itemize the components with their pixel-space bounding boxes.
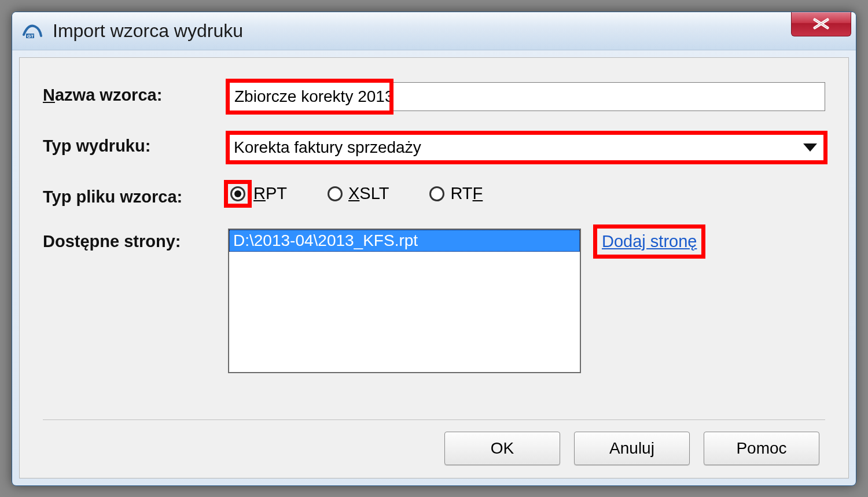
cancel-button[interactable]: Anuluj xyxy=(574,432,690,465)
row-print-type: Typ wydruku: Korekta faktury sprzedaży xyxy=(43,133,825,162)
app-icon: GT xyxy=(23,21,42,41)
radio-circle-icon xyxy=(328,186,343,201)
label-pages: Dostępne strony: xyxy=(43,229,228,251)
ok-button[interactable]: OK xyxy=(444,432,560,465)
name-input[interactable] xyxy=(228,82,825,111)
add-page-link[interactable]: Dodaj stronę xyxy=(597,229,701,255)
label-file-type: Typ pliku wzorca: xyxy=(43,184,228,207)
highlight-rpt xyxy=(228,184,248,204)
radio-rtf[interactable]: RTF xyxy=(429,184,483,203)
radio-circle-icon xyxy=(429,186,444,201)
print-type-dropdown[interactable]: Korekta faktury sprzedaży xyxy=(228,133,825,162)
radio-rpt[interactable]: RPT xyxy=(228,184,287,204)
chevron-down-icon xyxy=(803,143,817,152)
file-type-radio-group: RPT XSLT RTF xyxy=(228,184,483,204)
label-print-type: Typ wydruku: xyxy=(43,133,228,156)
close-icon xyxy=(811,17,831,30)
svg-text:GT: GT xyxy=(27,34,34,39)
radio-circle-icon xyxy=(230,186,245,201)
dialog-body: Nazwa wzorca: Typ wydruku: Korekta faktu… xyxy=(19,57,849,478)
window-title: Import wzorca wydruku xyxy=(53,20,243,42)
print-type-value: Korekta faktury sprzedaży xyxy=(234,138,421,157)
radio-xslt[interactable]: XSLT xyxy=(328,184,389,203)
help-button[interactable]: Pomoc xyxy=(704,432,819,465)
button-bar: OK Anuluj Pomoc xyxy=(43,419,825,478)
label-name: Nazwa wzorca: xyxy=(43,82,228,105)
close-button[interactable] xyxy=(791,12,851,36)
row-file-type: Typ pliku wzorca: RPT XSLT xyxy=(43,184,825,207)
list-item[interactable]: D:\2013-04\2013_KFS.rpt xyxy=(229,230,580,252)
row-pages: Dostępne strony: D:\2013-04\2013_KFS.rpt… xyxy=(43,229,825,373)
pages-listbox[interactable]: D:\2013-04\2013_KFS.rpt xyxy=(228,229,581,373)
titlebar: GT Import wzorca wydruku xyxy=(12,12,856,50)
dialog-window: GT Import wzorca wydruku Nazwa wzorca: xyxy=(12,12,856,486)
row-name: Nazwa wzorca: xyxy=(43,82,825,111)
